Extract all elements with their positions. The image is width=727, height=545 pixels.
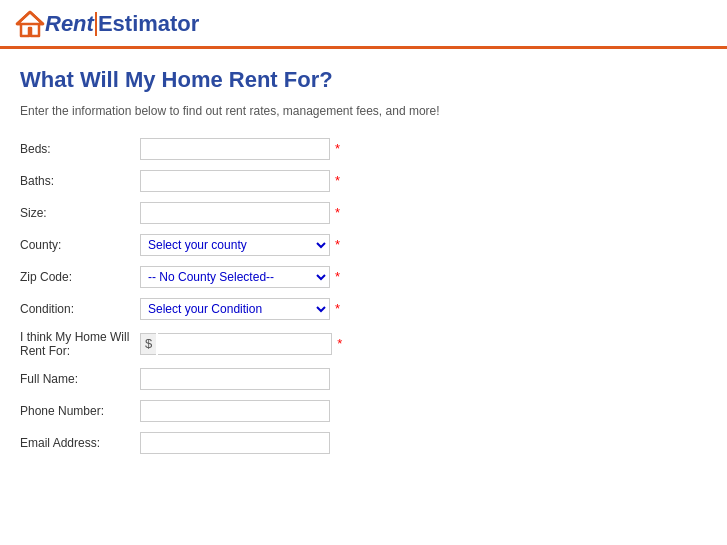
county-row: County: Select your county * <box>20 234 707 256</box>
beds-field-wrapper: * <box>140 138 707 160</box>
email-field-wrapper <box>140 432 707 454</box>
page-title: What Will My Home Rent For? <box>20 67 707 93</box>
zipcode-required: * <box>335 269 340 284</box>
beds-row: Beds: * <box>20 138 707 160</box>
county-required: * <box>335 237 340 252</box>
main-content: What Will My Home Rent For? Enter the in… <box>0 49 727 482</box>
rent-estimate-row: I think My Home Will Rent For: $ * <box>20 330 707 358</box>
page-description: Enter the information below to find out … <box>20 103 707 120</box>
size-field-wrapper: * <box>140 202 707 224</box>
full-name-label: Full Name: <box>20 372 140 386</box>
dollar-sign: $ <box>140 333 156 355</box>
logo: Rent Estimator <box>15 10 712 46</box>
zipcode-select[interactable]: -- No County Selected-- <box>140 266 330 288</box>
rent-estimate-required: * <box>337 336 342 351</box>
zipcode-field-wrapper: -- No County Selected-- * <box>140 266 707 288</box>
full-name-input[interactable] <box>140 368 330 390</box>
baths-field-wrapper: * <box>140 170 707 192</box>
baths-row: Baths: * <box>20 170 707 192</box>
rent-estimate-input[interactable] <box>158 333 332 355</box>
phone-field-wrapper <box>140 400 707 422</box>
condition-row: Condition: Select your Condition * <box>20 298 707 320</box>
condition-select[interactable]: Select your Condition <box>140 298 330 320</box>
logo-divider <box>95 12 97 36</box>
full-name-field-wrapper <box>140 368 707 390</box>
county-select[interactable]: Select your county <box>140 234 330 256</box>
email-row: Email Address: <box>20 432 707 454</box>
baths-required: * <box>335 173 340 188</box>
beds-label: Beds: <box>20 142 140 156</box>
rent-estimate-field-wrapper: $ * <box>140 333 707 355</box>
size-label: Size: <box>20 206 140 220</box>
condition-field-wrapper: Select your Condition * <box>140 298 707 320</box>
zipcode-label: Zip Code: <box>20 270 140 284</box>
logo-rent: Rent <box>45 11 94 37</box>
county-label: County: <box>20 238 140 252</box>
full-name-row: Full Name: <box>20 368 707 390</box>
email-label: Email Address: <box>20 436 140 450</box>
county-field-wrapper: Select your county * <box>140 234 707 256</box>
beds-input[interactable] <box>140 138 330 160</box>
size-required: * <box>335 205 340 220</box>
baths-label: Baths: <box>20 174 140 188</box>
logo-estimator: Estimator <box>98 11 199 37</box>
header: Rent Estimator <box>0 0 727 49</box>
size-input[interactable] <box>140 202 330 224</box>
size-row: Size: * <box>20 202 707 224</box>
beds-required: * <box>335 141 340 156</box>
house-icon <box>15 10 45 38</box>
phone-label: Phone Number: <box>20 404 140 418</box>
phone-row: Phone Number: <box>20 400 707 422</box>
svg-marker-1 <box>17 12 43 24</box>
rent-estimate-label: I think My Home Will Rent For: <box>20 330 140 358</box>
condition-required: * <box>335 301 340 316</box>
rent-estimator-form: Beds: * Baths: * Size: * County: <box>20 138 707 454</box>
condition-label: Condition: <box>20 302 140 316</box>
baths-input[interactable] <box>140 170 330 192</box>
zipcode-row: Zip Code: -- No County Selected-- * <box>20 266 707 288</box>
phone-input[interactable] <box>140 400 330 422</box>
email-input[interactable] <box>140 432 330 454</box>
